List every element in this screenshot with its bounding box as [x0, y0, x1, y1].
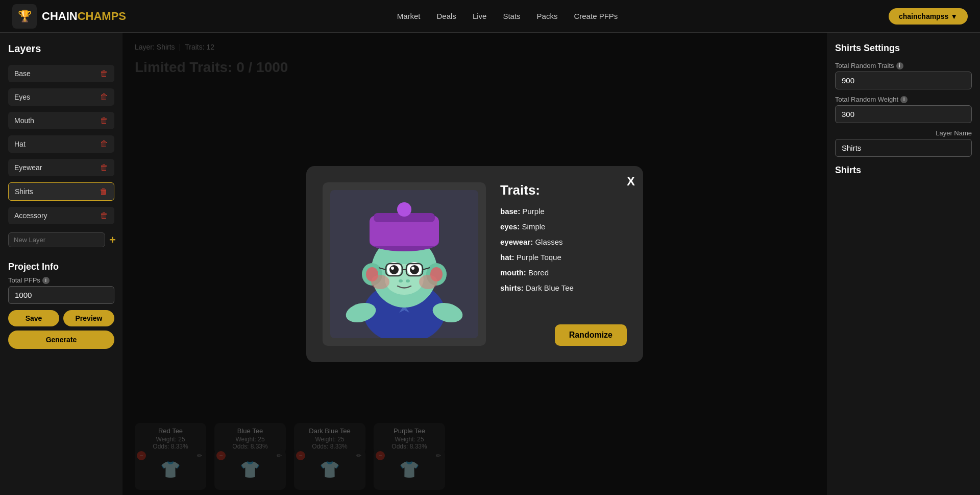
total-random-weight-info-icon: i — [900, 96, 908, 103]
layer-label-base: Base — [14, 69, 31, 78]
traits-modal-title: Traits: — [500, 182, 627, 198]
trait-line-1: eyes: Simple — [500, 221, 627, 233]
nav-create-pfps[interactable]: Create PFPs — [574, 12, 618, 20]
trait-line-2: eyewear: Glasses — [500, 236, 627, 248]
nav-market[interactable]: Market — [397, 12, 421, 20]
monkey-illustration — [330, 190, 478, 338]
layer-item-eyes[interactable]: Eyes 🗑 — [8, 88, 114, 106]
svg-point-15 — [391, 267, 394, 270]
svg-point-13 — [389, 265, 399, 274]
shirts-panel-header: Shirts — [835, 165, 972, 176]
nav-packs[interactable]: Packs — [537, 12, 558, 20]
add-layer-button[interactable]: + — [109, 233, 116, 247]
layer-item-mouth[interactable]: Mouth 🗑 — [8, 112, 114, 129]
total-pfps-input[interactable] — [8, 286, 114, 304]
total-pfps-info-icon: i — [42, 277, 50, 284]
layer-label-hat: Hat — [14, 140, 26, 148]
svg-point-22 — [399, 279, 403, 282]
svg-point-27 — [397, 202, 411, 217]
delete-eyes-button[interactable]: 🗑 — [100, 92, 108, 102]
modal-info: Traits: base: Purple eyes: Simple eyewea… — [500, 182, 627, 346]
delete-eyewear-button[interactable]: 🗑 — [100, 163, 108, 172]
delete-shirts-button[interactable]: 🗑 — [100, 187, 108, 196]
total-random-weight-label: Total Random Weight i — [835, 96, 972, 103]
user-menu-button[interactable]: chainchampss ▼ — [889, 8, 968, 25]
logo-text: CHAINCHAMPS — [42, 10, 126, 23]
total-random-traits-input[interactable] — [835, 72, 972, 89]
randomize-button[interactable]: Randomize — [555, 324, 627, 346]
action-buttons: Save Preview — [8, 310, 114, 326]
layer-item-hat[interactable]: Hat 🗑 — [8, 135, 114, 153]
svg-point-28 — [371, 275, 389, 289]
modal-close-button[interactable]: X — [627, 174, 635, 188]
layer-name-label: Layer Name — [835, 129, 972, 137]
layer-label-accessory: Accessory — [14, 211, 47, 220]
logo: 🏆 CHAINCHAMPS — [12, 4, 126, 29]
layer-item-eyewear[interactable]: Eyewear 🗑 — [8, 159, 114, 176]
logo-icon: 🏆 — [12, 4, 37, 29]
trait-line-3: hat: Purple Toque — [500, 251, 627, 264]
nav-deals[interactable]: Deals — [437, 12, 456, 20]
save-button[interactable]: Save — [8, 310, 59, 326]
layer-label-mouth: Mouth — [14, 116, 34, 125]
layer-item-shirts[interactable]: Shirts 🗑 — [8, 182, 114, 201]
trait-line-4: mouth: Bored — [500, 267, 627, 279]
new-layer-input[interactable] — [8, 232, 105, 247]
modal-overlay[interactable]: X — [122, 33, 827, 495]
svg-point-23 — [406, 279, 410, 282]
layers-title: Layers — [8, 43, 114, 55]
delete-hat-button[interactable]: 🗑 — [100, 139, 108, 149]
right-panel-title: Shirts Settings — [835, 43, 972, 54]
total-pfps-label: Total PFPs i — [8, 276, 114, 284]
layer-label-eyewear: Eyewear — [14, 163, 42, 172]
project-info-title: Project Info — [8, 262, 114, 272]
layer-item-base[interactable]: Base 🗑 — [8, 65, 114, 82]
project-info: Project Info Total PFPs i Save Preview G… — [8, 262, 114, 349]
right-panel: Shirts Settings Total Random Traits i To… — [827, 33, 980, 495]
delete-base-button[interactable]: 🗑 — [100, 69, 108, 78]
new-layer-row: + — [8, 232, 114, 247]
nav-stats[interactable]: Stats — [503, 12, 520, 20]
content-area: Layer: Shirts | Traits: 12 Limited Trait… — [122, 33, 827, 495]
layer-name-input[interactable] — [835, 139, 972, 157]
trait-line-5: shirts: Dark Blue Tee — [500, 282, 627, 294]
svg-point-14 — [410, 265, 419, 274]
total-random-traits-label: Total Random Traits i — [835, 62, 972, 69]
traits-modal: X — [306, 166, 643, 362]
trait-line-0: base: Purple — [500, 205, 627, 218]
svg-point-16 — [411, 267, 414, 270]
main-nav: Market Deals Live Stats Packs Create PFP… — [397, 12, 618, 20]
delete-accessory-button[interactable]: 🗑 — [100, 211, 108, 220]
layer-label-shirts: Shirts — [15, 187, 33, 196]
generate-button[interactable]: Generate — [8, 331, 114, 349]
total-random-traits-info-icon: i — [896, 62, 903, 69]
preview-button[interactable]: Preview — [63, 310, 114, 326]
layer-label-eyes: Eyes — [14, 93, 30, 101]
layer-item-accessory[interactable]: Accessory 🗑 — [8, 207, 114, 224]
delete-mouth-button[interactable]: 🗑 — [100, 116, 108, 125]
modal-image-box — [323, 182, 486, 346]
svg-point-29 — [419, 275, 437, 289]
nav-live[interactable]: Live — [473, 12, 487, 20]
total-random-weight-input[interactable] — [835, 105, 972, 123]
sidebar: Layers Base 🗑 Eyes 🗑 Mouth 🗑 Hat 🗑 Eyewe… — [0, 33, 122, 495]
